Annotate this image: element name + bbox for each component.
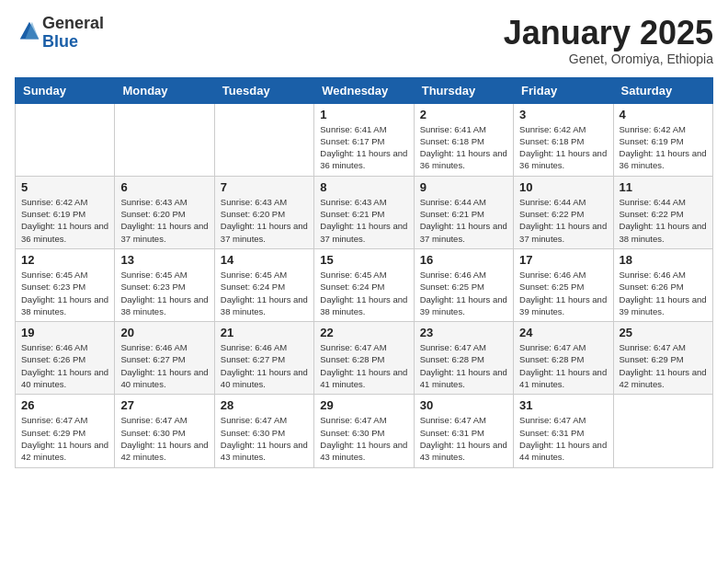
day-info: Sunrise: 6:43 AM Sunset: 6:20 PM Dayligh… [221,196,308,245]
calendar-cell: 21Sunrise: 6:46 AM Sunset: 6:27 PM Dayli… [214,322,313,395]
calendar-cell [16,103,115,176]
title-block: January 2025 Genet, Oromiya, Ethiopia [504,15,713,66]
logo-general-text: General [42,14,104,32]
logo: General Blue [15,15,104,52]
day-number: 18 [620,253,707,267]
day-info: Sunrise: 6:44 AM Sunset: 6:22 PM Dayligh… [519,196,607,245]
day-number: 21 [221,326,308,339]
day-info: Sunrise: 6:47 AM Sunset: 6:30 PM Dayligh… [221,414,308,463]
day-number: 8 [320,180,407,194]
calendar-cell: 16Sunrise: 6:46 AM Sunset: 6:25 PM Dayli… [414,248,513,321]
calendar-week-row: 26Sunrise: 6:47 AM Sunset: 6:29 PM Dayli… [16,395,713,467]
calendar-cell: 28Sunrise: 6:47 AM Sunset: 6:30 PM Dayli… [214,395,313,467]
day-number: 14 [221,253,308,267]
day-info: Sunrise: 6:47 AM Sunset: 6:30 PM Dayligh… [320,414,407,463]
day-number: 20 [120,326,208,339]
calendar-week-row: 1Sunrise: 6:41 AM Sunset: 6:17 PM Daylig… [16,103,713,176]
calendar-cell: 23Sunrise: 6:47 AM Sunset: 6:28 PM Dayli… [414,322,513,395]
calendar-header-thursday: Thursday [414,77,513,103]
calendar-cell: 20Sunrise: 6:46 AM Sunset: 6:27 PM Dayli… [115,322,214,395]
day-info: Sunrise: 6:43 AM Sunset: 6:20 PM Dayligh… [120,196,208,245]
day-info: Sunrise: 6:47 AM Sunset: 6:31 PM Dayligh… [420,414,507,463]
day-number: 28 [221,398,308,412]
day-info: Sunrise: 6:47 AM Sunset: 6:29 PM Dayligh… [620,341,707,390]
day-number: 16 [420,253,507,267]
day-number: 2 [420,108,507,121]
calendar-table: SundayMondayTuesdayWednesdayThursdayFrid… [15,77,713,468]
day-number: 6 [120,180,208,194]
day-info: Sunrise: 6:42 AM Sunset: 6:19 PM Dayligh… [620,123,707,172]
day-number: 30 [420,398,507,412]
day-info: Sunrise: 6:45 AM Sunset: 6:23 PM Dayligh… [120,269,208,317]
calendar-cell: 14Sunrise: 6:45 AM Sunset: 6:24 PM Dayli… [214,248,313,321]
calendar-cell: 18Sunrise: 6:46 AM Sunset: 6:26 PM Dayli… [613,248,712,321]
calendar-header-saturday: Saturday [613,77,712,103]
day-number: 9 [420,180,507,194]
day-number: 31 [519,398,607,412]
day-info: Sunrise: 6:47 AM Sunset: 6:28 PM Dayligh… [320,341,407,390]
calendar-cell: 12Sunrise: 6:45 AM Sunset: 6:23 PM Dayli… [16,248,115,321]
calendar-cell: 6Sunrise: 6:43 AM Sunset: 6:20 PM Daylig… [115,176,214,248]
day-info: Sunrise: 6:42 AM Sunset: 6:19 PM Dayligh… [21,196,108,245]
day-info: Sunrise: 6:46 AM Sunset: 6:27 PM Dayligh… [221,341,308,390]
day-info: Sunrise: 6:45 AM Sunset: 6:23 PM Dayligh… [21,269,108,317]
calendar-cell: 13Sunrise: 6:45 AM Sunset: 6:23 PM Dayli… [115,248,214,321]
calendar-cell: 11Sunrise: 6:44 AM Sunset: 6:22 PM Dayli… [613,176,712,248]
day-info: Sunrise: 6:46 AM Sunset: 6:25 PM Dayligh… [519,269,607,317]
logo-icon [17,18,42,44]
page-header: General Blue January 2025 Genet, Oromiya… [15,15,713,66]
day-number: 12 [21,253,108,267]
calendar-cell: 15Sunrise: 6:45 AM Sunset: 6:24 PM Dayli… [314,248,414,321]
calendar-week-row: 19Sunrise: 6:46 AM Sunset: 6:26 PM Dayli… [16,322,713,395]
day-info: Sunrise: 6:47 AM Sunset: 6:29 PM Dayligh… [21,414,108,463]
calendar-cell: 30Sunrise: 6:47 AM Sunset: 6:31 PM Dayli… [414,395,513,467]
calendar-header-row: SundayMondayTuesdayWednesdayThursdayFrid… [16,77,713,103]
calendar-cell: 1Sunrise: 6:41 AM Sunset: 6:17 PM Daylig… [314,103,414,176]
calendar-cell: 7Sunrise: 6:43 AM Sunset: 6:20 PM Daylig… [214,176,313,248]
calendar-cell: 26Sunrise: 6:47 AM Sunset: 6:29 PM Dayli… [16,395,115,467]
logo-blue-text: Blue [42,32,78,51]
calendar-cell: 17Sunrise: 6:46 AM Sunset: 6:25 PM Dayli… [514,248,613,321]
day-info: Sunrise: 6:44 AM Sunset: 6:22 PM Dayligh… [620,196,707,245]
day-number: 19 [21,326,108,339]
day-info: Sunrise: 6:46 AM Sunset: 6:26 PM Dayligh… [21,341,108,390]
calendar-cell: 10Sunrise: 6:44 AM Sunset: 6:22 PM Dayli… [514,176,613,248]
calendar-week-row: 5Sunrise: 6:42 AM Sunset: 6:19 PM Daylig… [16,176,713,248]
day-number: 3 [519,108,607,121]
calendar-cell [214,103,313,176]
calendar-cell: 24Sunrise: 6:47 AM Sunset: 6:28 PM Dayli… [514,322,613,395]
day-info: Sunrise: 6:47 AM Sunset: 6:28 PM Dayligh… [519,341,607,390]
day-info: Sunrise: 6:46 AM Sunset: 6:27 PM Dayligh… [120,341,208,390]
location-text: Genet, Oromiya, Ethiopia [504,52,713,66]
calendar-cell: 2Sunrise: 6:41 AM Sunset: 6:18 PM Daylig… [414,103,513,176]
day-number: 11 [620,180,707,194]
day-number: 23 [420,326,507,339]
day-info: Sunrise: 6:45 AM Sunset: 6:24 PM Dayligh… [320,269,407,317]
day-info: Sunrise: 6:45 AM Sunset: 6:24 PM Dayligh… [221,269,308,317]
day-number: 13 [120,253,208,267]
calendar-cell [613,395,712,467]
calendar-cell: 5Sunrise: 6:42 AM Sunset: 6:19 PM Daylig… [16,176,115,248]
day-number: 1 [320,108,407,121]
day-info: Sunrise: 6:47 AM Sunset: 6:31 PM Dayligh… [519,414,607,463]
calendar-cell: 25Sunrise: 6:47 AM Sunset: 6:29 PM Dayli… [613,322,712,395]
day-number: 25 [620,326,707,339]
day-info: Sunrise: 6:46 AM Sunset: 6:26 PM Dayligh… [620,269,707,317]
day-number: 27 [120,398,208,412]
month-title: January 2025 [504,15,713,52]
day-number: 24 [519,326,607,339]
day-info: Sunrise: 6:43 AM Sunset: 6:21 PM Dayligh… [320,196,407,245]
calendar-cell: 4Sunrise: 6:42 AM Sunset: 6:19 PM Daylig… [613,103,712,176]
day-number: 4 [620,108,707,121]
day-info: Sunrise: 6:47 AM Sunset: 6:28 PM Dayligh… [420,341,507,390]
day-number: 26 [21,398,108,412]
calendar-header-sunday: Sunday [16,77,115,103]
day-number: 7 [221,180,308,194]
calendar-cell [115,103,214,176]
day-info: Sunrise: 6:47 AM Sunset: 6:30 PM Dayligh… [120,414,208,463]
day-number: 22 [320,326,407,339]
day-number: 10 [519,180,607,194]
day-number: 5 [21,180,108,194]
day-number: 29 [320,398,407,412]
calendar-header-wednesday: Wednesday [314,77,414,103]
